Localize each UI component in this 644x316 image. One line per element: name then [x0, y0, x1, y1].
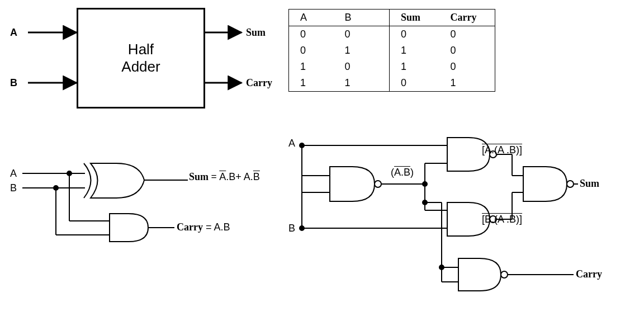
nand-bot-expression: [B.(A .B)]: [482, 214, 522, 225]
sum-prefix: Sum =: [189, 171, 219, 182]
td: 0: [389, 26, 439, 43]
bot-close: )]: [516, 214, 522, 225]
truth-table-header: A B Sum Carry: [289, 10, 495, 26]
th-b: B: [334, 10, 389, 26]
table-row: 1 0 1 0: [289, 59, 495, 75]
svg-point-24: [423, 200, 427, 205]
half-adder-diagram: Half Adder A B Sum Carry A B Sum Carry 0…: [0, 0, 644, 316]
td: 1: [289, 75, 334, 91]
td: 0: [334, 59, 389, 75]
block-output-carry-label: Carry: [246, 77, 272, 89]
td: 1: [334, 43, 389, 59]
xor-input-a: A: [10, 168, 17, 180]
th-carry: Carry: [439, 10, 495, 26]
mid-over: A.B: [394, 167, 410, 178]
nand-input-a: A: [288, 138, 295, 149]
td: 1: [289, 59, 334, 75]
block-input-a-label: A: [10, 27, 17, 39]
th-a: A: [289, 10, 334, 26]
top-close: )]: [516, 144, 522, 155]
block-title-line2: Adder: [121, 58, 160, 75]
sum-mid: .B+ A.: [226, 171, 253, 182]
top-open: [A.(: [482, 144, 498, 155]
carry-prefix: Carry: [177, 221, 203, 233]
nand-input-b: B: [288, 223, 295, 234]
svg-point-43: [567, 181, 574, 187]
td: 0: [289, 43, 334, 59]
td: 1: [389, 59, 439, 75]
xor-input-b: B: [10, 182, 17, 194]
block-title-line1: Half: [128, 41, 154, 58]
td: 0: [389, 75, 439, 91]
block-title: Half Adder: [121, 41, 160, 76]
nand-output-carry: Carry: [576, 268, 602, 280]
and-carry-expression: Carry = A.B: [177, 221, 230, 233]
bot-inner: A .B: [498, 214, 516, 225]
table-row: 0 1 1 0: [289, 43, 495, 59]
nand-output-sum: Sum: [580, 178, 599, 190]
th-sum: Sum: [389, 10, 439, 26]
svg-point-15: [300, 143, 304, 148]
td: 0: [439, 26, 495, 43]
svg-point-34: [439, 265, 444, 270]
td: 1: [334, 75, 389, 91]
sum-a-bar: A: [219, 171, 226, 182]
xor-and-circuit: [22, 163, 188, 242]
td: 1: [439, 75, 495, 91]
svg-point-6: [67, 171, 72, 176]
nand-mid-expression: (A.B): [391, 167, 414, 178]
nand-top-expression: [A.(A .B)]: [482, 144, 522, 156]
sum-b-bar: B: [253, 171, 260, 182]
bot-open: [B.(: [482, 214, 498, 225]
svg-point-7: [54, 186, 58, 190]
half-adder-block: Half Adder: [77, 8, 205, 109]
svg-point-45: [501, 271, 508, 278]
block-input-b-label: B: [10, 77, 17, 89]
svg-point-16: [300, 226, 304, 230]
xor-sum-expression: Sum = A.B+ A.B: [189, 171, 260, 183]
truth-table: A B Sum Carry 0 0 0 0 0 1 1 0 1 0 1 0 1 …: [288, 9, 495, 92]
mid-close: ): [410, 167, 414, 178]
table-row: 1 1 0 1: [289, 75, 495, 91]
nand-circuit: [300, 138, 578, 291]
td: 1: [389, 43, 439, 59]
block-output-sum-label: Sum: [246, 27, 266, 39]
svg-point-21: [375, 181, 381, 187]
carry-eq: = A.B: [203, 221, 230, 233]
td: 0: [439, 43, 495, 59]
svg-point-23: [423, 182, 427, 186]
table-row: 0 0 0 0: [289, 26, 495, 43]
td: 0: [334, 26, 389, 43]
td: 0: [439, 59, 495, 75]
top-inner: A .B: [498, 144, 516, 155]
td: 0: [289, 26, 334, 43]
